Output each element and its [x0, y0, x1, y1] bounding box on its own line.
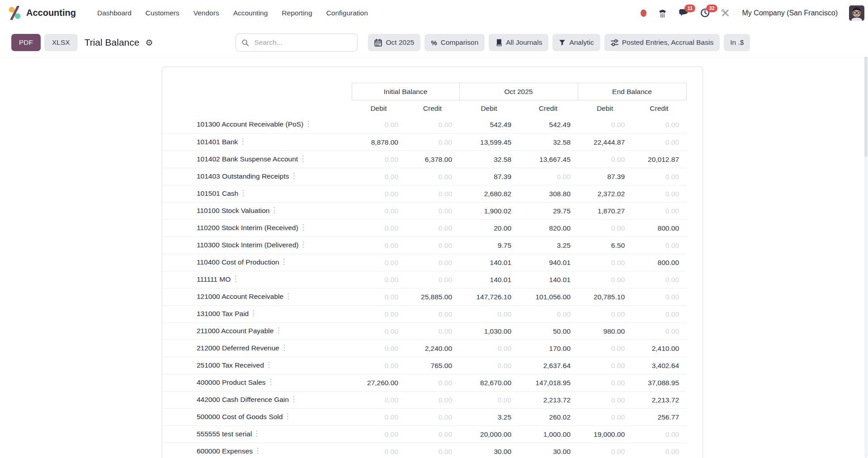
value-cell[interactable]: 25,885.00	[406, 288, 459, 306]
value-cell[interactable]: 2,372.02	[578, 185, 632, 203]
account-name[interactable]: 111111 MO	[197, 275, 231, 283]
value-cell[interactable]: 9.75	[459, 237, 519, 254]
table-row[interactable]: 101401 Bank8,878.000.0013,599.4532.5822,…	[162, 134, 703, 151]
value-cell[interactable]: 2,410.00	[632, 340, 686, 357]
value-cell[interactable]: 1,030.00	[459, 323, 519, 340]
table-row[interactable]: 110200 Stock Interim (Received)0.000.002…	[162, 220, 703, 237]
value-cell[interactable]: 22,444.87	[578, 134, 632, 151]
value-cell[interactable]: 0.00	[352, 443, 406, 458]
value-cell[interactable]: 0.00	[459, 340, 519, 357]
menu-item-customers[interactable]: Customers	[146, 9, 179, 17]
value-cell[interactable]: 0.00	[406, 426, 459, 443]
account-name[interactable]: 101402 Bank Suspense Account	[197, 155, 298, 163]
value-cell[interactable]: 0.00	[406, 271, 459, 288]
value-cell[interactable]: 2,213.72	[632, 392, 686, 409]
value-cell[interactable]: 0.00	[578, 340, 632, 357]
table-row[interactable]: 110400 Cost of Production0.000.00140.019…	[162, 254, 703, 271]
account-options-icon[interactable]	[235, 275, 236, 284]
phone-icon[interactable]	[658, 8, 667, 18]
value-cell[interactable]: 0.00	[578, 443, 632, 458]
account-name[interactable]: 500000 Cost of Goods Sold	[197, 413, 283, 420]
tools-icon[interactable]	[721, 9, 730, 17]
value-cell[interactable]: 87.39	[578, 168, 632, 185]
value-cell[interactable]: 308.80	[519, 185, 578, 203]
value-cell[interactable]: 20,000.00	[459, 426, 519, 443]
value-cell[interactable]: 0.00	[632, 185, 686, 203]
pdf-button[interactable]: PDF	[11, 34, 41, 51]
account-name[interactable]: 121000 Account Receivable	[197, 293, 283, 300]
value-cell[interactable]: 32.58	[459, 151, 519, 168]
value-cell[interactable]: 2,240.00	[406, 340, 459, 357]
account-options-icon[interactable]	[307, 120, 309, 129]
account-name[interactable]: 400000 Product Sales	[197, 378, 266, 386]
activities-clock-icon[interactable]: 32	[700, 8, 710, 18]
menu-item-reporting[interactable]: Reporting	[282, 9, 312, 17]
value-cell[interactable]: 0.00	[578, 392, 632, 409]
value-cell[interactable]: 27,260.00	[352, 374, 406, 392]
account-options-icon[interactable]	[288, 293, 289, 302]
table-row[interactable]: 101300 Account Receivable (PoS)0.000.005…	[162, 117, 703, 134]
user-avatar[interactable]	[849, 5, 864, 21]
value-cell[interactable]: 1,900.02	[459, 203, 519, 220]
value-cell[interactable]: 0.00	[578, 117, 632, 134]
value-cell[interactable]: 0.00	[459, 306, 519, 323]
account-name[interactable]: 555555 test serial	[197, 430, 252, 438]
scrollbar[interactable]	[864, 51, 868, 458]
value-cell[interactable]: 0.00	[632, 134, 686, 151]
account-options-icon[interactable]	[293, 396, 295, 405]
value-cell[interactable]: 0.00	[578, 409, 632, 426]
value-cell[interactable]: 0.00	[352, 254, 406, 271]
value-cell[interactable]: 0.00	[352, 426, 406, 443]
app-name[interactable]: Accounting	[26, 8, 76, 18]
value-cell[interactable]: 765.00	[406, 357, 459, 374]
value-cell[interactable]: 140.01	[459, 254, 519, 271]
value-cell[interactable]: 3.25	[459, 409, 519, 426]
value-cell[interactable]: 256.77	[632, 409, 686, 426]
value-cell[interactable]: 0.00	[406, 237, 459, 254]
filter-analytic[interactable]: Analytic	[552, 34, 600, 51]
value-cell[interactable]: 32.58	[519, 134, 578, 151]
value-cell[interactable]: 940.01	[519, 254, 578, 271]
search-box[interactable]	[236, 33, 358, 52]
table-row[interactable]: 555555 test serial0.000.0020,000.001,000…	[162, 426, 703, 443]
value-cell[interactable]: 0.00	[578, 374, 632, 392]
account-name[interactable]: 110400 Cost of Production	[197, 258, 279, 266]
account-name[interactable]: 212000 Deferred Revenue	[197, 344, 279, 352]
table-row[interactable]: 500000 Cost of Goods Sold0.000.003.25260…	[162, 409, 703, 426]
value-cell[interactable]: 13,599.45	[459, 134, 519, 151]
value-cell[interactable]: 0.00	[406, 220, 459, 237]
value-cell[interactable]: 0.00	[632, 168, 686, 185]
value-cell[interactable]: 0.00	[459, 357, 519, 374]
xlsx-button[interactable]: XLSX	[44, 34, 78, 51]
account-name[interactable]: 110200 Stock Interim (Received)	[197, 224, 298, 231]
account-name[interactable]: 251000 Tax Received	[197, 361, 264, 369]
value-cell[interactable]: 147,726.10	[459, 288, 519, 306]
value-cell[interactable]: 0.00	[578, 254, 632, 271]
table-row[interactable]: 101403 Outstanding Receipts0.000.0087.39…	[162, 168, 703, 185]
account-options-icon[interactable]	[287, 413, 288, 422]
account-options-icon[interactable]	[302, 155, 304, 164]
value-cell[interactable]: 0.00	[632, 117, 686, 134]
table-row[interactable]: 600000 Expenses0.000.0030.0030.000.000.0…	[162, 443, 703, 458]
account-name[interactable]: 211000 Account Payable	[197, 327, 274, 335]
value-cell[interactable]: 1,000.00	[519, 426, 578, 443]
value-cell[interactable]: 0.00	[406, 117, 459, 134]
account-options-icon[interactable]	[274, 207, 275, 216]
value-cell[interactable]: 0.00	[406, 254, 459, 271]
value-cell[interactable]: 0.00	[578, 151, 632, 168]
value-cell[interactable]: 30.00	[519, 443, 578, 458]
value-cell[interactable]: 3.25	[519, 237, 578, 254]
value-cell[interactable]: 0.00	[406, 185, 459, 203]
value-cell[interactable]: 0.00	[406, 374, 459, 392]
value-cell[interactable]: 2,637.64	[519, 357, 578, 374]
value-cell[interactable]: 37,088.95	[632, 374, 686, 392]
account-name[interactable]: 101300 Account Receivable (PoS)	[197, 120, 303, 128]
value-cell[interactable]: 800.00	[632, 254, 686, 271]
value-cell[interactable]: 0.00	[352, 409, 406, 426]
value-cell[interactable]: 260.02	[519, 409, 578, 426]
value-cell[interactable]: 19,000.00	[578, 426, 632, 443]
value-cell[interactable]: 20,012.87	[632, 151, 686, 168]
table-row[interactable]: 212000 Deferred Revenue0.002,240.000.001…	[162, 340, 703, 357]
value-cell[interactable]: 2,680.82	[459, 185, 519, 203]
table-row[interactable]: 400000 Product Sales27,260.000.0082,670.…	[162, 374, 703, 392]
